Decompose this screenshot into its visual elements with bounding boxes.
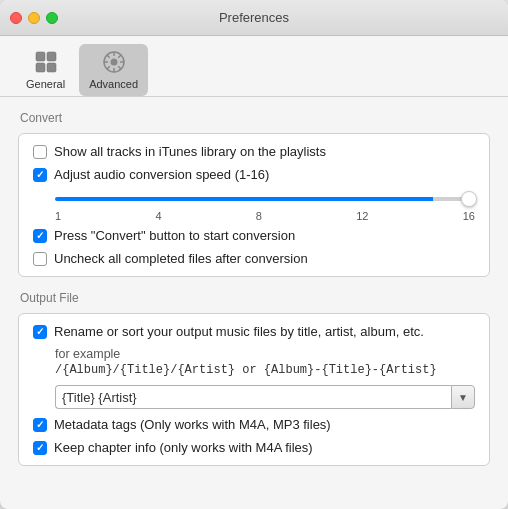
svg-line-12: [118, 55, 121, 58]
uncheck-completed-checkbox[interactable]: [33, 252, 47, 266]
svg-line-10: [107, 55, 110, 58]
toolbar: General Advanced: [0, 36, 508, 97]
svg-line-13: [107, 66, 110, 69]
metadata-tags-row: Metadata tags (Only works with M4A, MP3 …: [33, 417, 475, 432]
traffic-lights: [10, 12, 58, 24]
show-tracks-checkbox[interactable]: [33, 145, 47, 159]
slider-label-16: 16: [463, 210, 475, 222]
svg-line-11: [118, 66, 121, 69]
uncheck-completed-label: Uncheck all completed files after conver…: [54, 251, 308, 266]
rename-sort-label: Rename or sort your output music files b…: [54, 324, 424, 339]
svg-rect-0: [36, 52, 45, 61]
rename-sort-row: Rename or sort your output music files b…: [33, 324, 475, 339]
show-tracks-row: Show all tracks in iTunes library on the…: [33, 144, 475, 159]
keep-chapter-row: Keep chapter info (only works with M4A f…: [33, 440, 475, 455]
convert-section-label: Convert: [20, 111, 490, 125]
close-button[interactable]: [10, 12, 22, 24]
slider-labels: 1 4 8 12 16: [55, 210, 475, 222]
example-code: /{Album}/{Title}/{Artist} or {Album}-{Ti…: [55, 363, 475, 377]
svg-rect-2: [36, 63, 45, 72]
keep-chapter-label: Keep chapter info (only works with M4A f…: [54, 440, 313, 455]
slider-label-8: 8: [256, 210, 262, 222]
adjust-speed-checkbox[interactable]: [33, 168, 47, 182]
speed-slider-thumb[interactable]: [461, 191, 477, 207]
metadata-tags-checkbox[interactable]: [33, 418, 47, 432]
show-tracks-label: Show all tracks in iTunes library on the…: [54, 144, 326, 159]
tab-advanced[interactable]: Advanced: [79, 44, 148, 96]
svg-point-5: [110, 59, 117, 66]
window-title: Preferences: [219, 10, 289, 25]
content-area: Convert Show all tracks in iTunes librar…: [0, 97, 508, 509]
convert-section: Show all tracks in iTunes library on the…: [18, 133, 490, 277]
dropdown-arrow-icon: ▼: [458, 392, 468, 403]
output-format-input[interactable]: [55, 385, 451, 409]
adjust-speed-row: Adjust audio conversion speed (1-16): [33, 167, 475, 182]
metadata-tags-label: Metadata tags (Only works with M4A, MP3 …: [54, 417, 331, 432]
slider-label-4: 4: [155, 210, 161, 222]
output-input-row: ▼: [55, 385, 475, 409]
svg-rect-1: [47, 52, 56, 61]
speed-slider-container: [55, 190, 475, 208]
keep-chapter-checkbox[interactable]: [33, 441, 47, 455]
for-example-label: for example: [55, 347, 475, 361]
general-icon: [32, 48, 60, 76]
general-tab-label: General: [26, 78, 65, 90]
preferences-window: Preferences General: [0, 0, 508, 509]
maximize-button[interactable]: [46, 12, 58, 24]
titlebar: Preferences: [0, 0, 508, 36]
tab-general[interactable]: General: [16, 44, 75, 96]
uncheck-completed-row: Uncheck all completed files after conver…: [33, 251, 475, 266]
speed-slider-track: [55, 197, 475, 201]
press-convert-row: Press "Convert" button to start conversi…: [33, 228, 475, 243]
adjust-speed-label: Adjust audio conversion speed (1-16): [54, 167, 269, 182]
press-convert-label: Press "Convert" button to start conversi…: [54, 228, 295, 243]
output-section: Rename or sort your output music files b…: [18, 313, 490, 466]
advanced-icon: [100, 48, 128, 76]
speed-slider-row: 1 4 8 12 16: [55, 190, 475, 222]
output-format-dropdown[interactable]: ▼: [451, 385, 475, 409]
svg-rect-3: [47, 63, 56, 72]
slider-label-12: 12: [356, 210, 368, 222]
rename-sort-checkbox[interactable]: [33, 325, 47, 339]
slider-label-1: 1: [55, 210, 61, 222]
advanced-tab-label: Advanced: [89, 78, 138, 90]
press-convert-checkbox[interactable]: [33, 229, 47, 243]
minimize-button[interactable]: [28, 12, 40, 24]
output-section-label: Output File: [20, 291, 490, 305]
